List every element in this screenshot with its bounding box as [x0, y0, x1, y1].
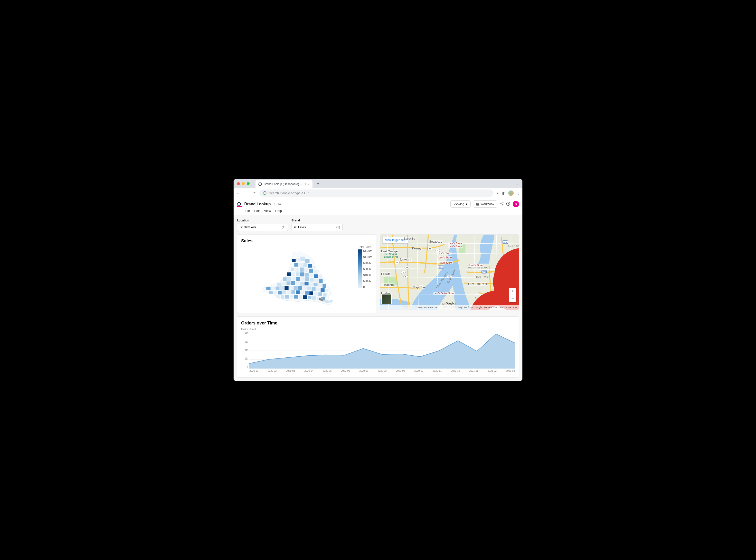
svg-rect-83 — [299, 295, 303, 299]
svg-rect-11 — [305, 259, 310, 263]
svg-rect-36 — [305, 277, 309, 281]
map-terms-link[interactable]: Terms of Use — [484, 306, 497, 308]
favorite-star-icon[interactable]: ☆ — [273, 202, 276, 206]
svg-rect-69 — [287, 290, 291, 294]
location-filter: Location is: New York (1) — [237, 219, 288, 231]
svg-rect-22 — [314, 270, 318, 274]
svg-rect-82 — [294, 295, 298, 299]
svg-rect-12 — [294, 263, 298, 267]
menu-help[interactable]: Help — [275, 209, 282, 213]
app-logo-icon[interactable] — [237, 202, 241, 206]
svg-rect-24 — [291, 272, 295, 276]
location-filter-label: Location — [237, 219, 288, 222]
back-button[interactable]: ← — [236, 191, 241, 195]
svg-rect-39 — [319, 279, 323, 283]
svg-rect-20 — [304, 268, 308, 272]
sales-legend: Total Sales $1.20M $1.00M $800K $600K $4… — [358, 245, 372, 288]
map-keyboard-shortcuts[interactable]: Keyboard shortcuts — [418, 306, 437, 308]
svg-rect-65 — [269, 291, 273, 294]
chrome-menu-button[interactable]: ⋮ — [516, 191, 520, 195]
browser-tab[interactable]: Brand Lookup (Dashboard) — C × — [256, 180, 312, 188]
user-avatar[interactable]: S — [513, 201, 519, 207]
satellite-toggle[interactable] — [382, 294, 392, 304]
x-tick: 2020-12 — [451, 369, 460, 374]
svg-rect-58 — [298, 286, 302, 290]
svg-rect-9 — [296, 258, 300, 262]
chrome-profile-icon[interactable] — [508, 191, 514, 196]
svg-text:21: 21 — [406, 266, 408, 269]
window-zoom-button[interactable] — [247, 182, 250, 185]
svg-rect-73 — [305, 291, 309, 295]
workbook-icon: ▤ — [476, 202, 479, 206]
x-axis-ticks: 2020-012020-022020-032020-042020-052020-… — [249, 369, 515, 374]
svg-text:139: 139 — [440, 266, 443, 268]
extensions-icon[interactable]: ✦ — [496, 191, 499, 195]
svg-rect-54 — [280, 286, 284, 290]
x-tick: 2020-09 — [396, 369, 405, 374]
location-filter-input[interactable]: is: New York (1) — [237, 224, 288, 231]
svg-rect-18 — [295, 268, 299, 272]
side-panel-icon[interactable]: ◧ — [502, 191, 505, 195]
address-bar[interactable]: Search Google or type a URL — [259, 189, 493, 197]
svg-rect-43 — [291, 281, 295, 285]
svg-point-1 — [502, 202, 503, 203]
caret-down-icon: ▾ — [466, 202, 467, 206]
svg-rect-8 — [292, 259, 296, 262]
map-zoom-controls: + − — [509, 288, 516, 302]
forward-button[interactable]: → — [244, 191, 249, 195]
x-tick: 2020-02 — [268, 369, 277, 374]
svg-rect-57 — [293, 286, 298, 290]
orders-chart[interactable]: 4K 3K 2K 1K 0 2020-012020-022020-032020-… — [241, 332, 515, 374]
y-tick: 2K — [241, 349, 248, 352]
map-report-link[interactable]: Report a map error — [499, 306, 517, 308]
new-tab-button[interactable]: + — [317, 181, 320, 186]
legend-tick: $200K — [363, 279, 372, 282]
svg-rect-61 — [311, 287, 316, 291]
svg-rect-19 — [300, 267, 304, 272]
sales-choropleth-map[interactable] — [241, 245, 354, 309]
zoom-out-button[interactable]: − — [509, 295, 516, 302]
map-store-label: Levi's Store — [469, 264, 483, 267]
zoom-in-button[interactable]: + — [509, 288, 516, 295]
svg-rect-23 — [287, 272, 291, 276]
window-minimize-button[interactable] — [242, 182, 245, 185]
help-icon[interactable] — [506, 202, 510, 206]
menu-view[interactable]: View — [264, 209, 271, 213]
tab-overflow-button[interactable]: ⌄ — [516, 181, 519, 186]
legend-tick: $1.20M — [363, 249, 372, 252]
map-store-label: Levi's Store — [438, 256, 452, 259]
tab-close-button[interactable]: × — [308, 182, 310, 186]
x-tick: 2020-03 — [286, 369, 295, 374]
brand-filter-label: Brand — [291, 219, 343, 222]
reload-button[interactable]: ⟳ — [251, 191, 257, 195]
svg-text:9: 9 — [405, 276, 407, 278]
app-menu-bar: File Edit View Help — [233, 207, 523, 215]
browser-window: Brand Lookup (Dashboard) — C × + ⌄ ← → ⟳… — [233, 179, 523, 381]
svg-rect-62 — [316, 287, 320, 291]
svg-rect-31 — [283, 277, 287, 281]
menu-edit[interactable]: Edit — [254, 209, 260, 213]
chrome-tab-strip: Brand Lookup (Dashboard) — C × + ⌄ — [233, 179, 523, 188]
orders-panel: Orders over Time Order Count 4K 3K 2K 1K… — [237, 316, 519, 378]
map-store-label: Levi's Store — [448, 242, 463, 245]
svg-rect-42 — [286, 281, 290, 285]
x-tick: 2020-11 — [432, 369, 442, 374]
svg-rect-50 — [323, 284, 326, 288]
map-city-label: Belleville — [403, 237, 415, 240]
menu-file[interactable]: File — [245, 209, 250, 213]
y-tick: 4K — [241, 332, 248, 335]
viewing-mode-button[interactable]: Viewing ▾ — [450, 200, 471, 207]
google-map[interactable]: 78 21 440 1 9 95 3 278 78 678 139 — [380, 235, 519, 309]
brand-filter-input[interactable]: is: Levi's (1) — [291, 224, 343, 231]
sales-panel: Sales — [237, 234, 376, 313]
svg-rect-26 — [300, 272, 304, 277]
x-tick: 2020-06 — [341, 369, 350, 374]
svg-text:678: 678 — [504, 241, 507, 243]
window-close-button[interactable] — [237, 182, 240, 185]
map-store-label: Levi's Store — [438, 261, 453, 264]
workbook-button[interactable]: ▤ Workbook — [473, 200, 497, 207]
share-icon[interactable] — [500, 202, 504, 206]
tag-icon[interactable]: 🏷 — [278, 202, 281, 206]
x-tick: 2020-10 — [414, 369, 423, 374]
x-tick: 2021-02 — [488, 369, 497, 374]
